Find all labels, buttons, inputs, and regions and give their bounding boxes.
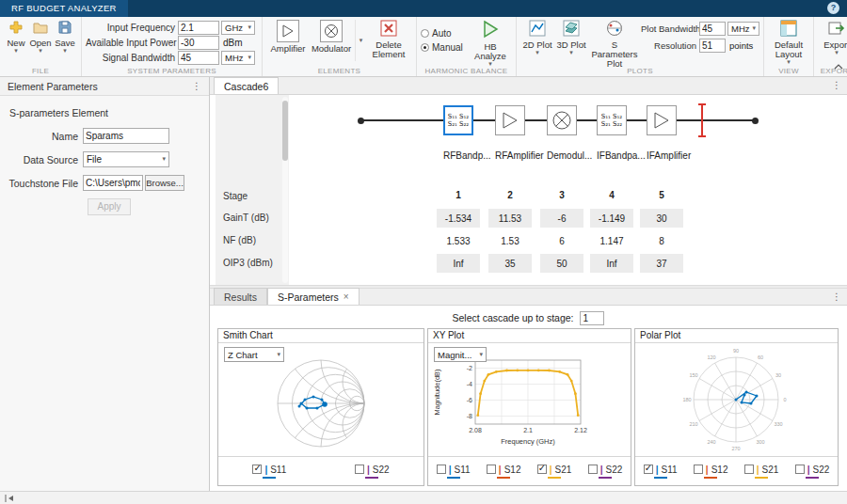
input-frequency-unit: GHz (225, 23, 243, 33)
panel-menu-icon[interactable]: ⋮ (192, 81, 201, 91)
delete-element-button[interactable]: Delete Element (368, 20, 409, 59)
open-button[interactable]: Open ▾ (28, 20, 53, 55)
input-frequency-field[interactable] (178, 21, 219, 35)
view-section: Default Layout ▾ VIEW (764, 17, 814, 76)
elements-section-label: ELEMENTS (263, 67, 416, 75)
block-rfbandpass-sparams[interactable]: S₁₁ S₁₂ S₂₁ S₂₂ (443, 105, 473, 135)
tab-s-parameters[interactable]: S-Parameters × (267, 288, 360, 305)
manual-radio-option[interactable]: Manual (421, 40, 470, 55)
modulator-button[interactable]: Modulator (310, 20, 353, 54)
stage-column-4: 4 (590, 190, 633, 200)
new-dropdown-caret[interactable]: ▾ (14, 48, 18, 55)
element-parameters-panel: Element Parameters ⋮ S-parameters Elemen… (0, 77, 210, 491)
svg-text:330: 330 (774, 421, 782, 427)
polar-plot-axes[interactable]: 0306090120150180210240270300330 (665, 345, 807, 454)
results-tab-bar: Results S-Parameters × ⋮ (210, 289, 847, 306)
auto-radio[interactable] (421, 29, 429, 38)
block-rfamplifier[interactable] (495, 105, 525, 135)
export-dropdown-caret[interactable]: ▾ (835, 50, 839, 56)
polar-s22-checkbox[interactable] (795, 465, 805, 474)
canvas-tabbar-menu-icon[interactable]: ⋮ (832, 80, 841, 90)
2d-plot-dropdown-caret[interactable]: ▾ (535, 50, 539, 56)
s-parameters-tab-label: S-Parameters (278, 289, 339, 306)
ytick-1: -4 (467, 381, 472, 387)
3d-plot-dropdown-caret[interactable]: ▾ (569, 50, 573, 56)
xy-plot-quantity-select[interactable]: Magnit... ▾ (434, 347, 487, 362)
polar-s11-checkbox[interactable] (644, 465, 653, 474)
default-layout-dropdown-caret[interactable]: ▾ (787, 59, 791, 66)
s11-color-marker: | (656, 465, 659, 475)
element-label-demodulator: Demodul... (547, 150, 592, 161)
cascade-stage-row: Select cascade up to stage: (210, 311, 847, 325)
amplifier-symbol-icon (652, 111, 671, 130)
tab-cascade6[interactable]: Cascade6 (214, 77, 279, 94)
collapse-ribbon-icon[interactable] (834, 61, 843, 72)
plot-bandwidth-unit-select[interactable]: MHz▾ (727, 22, 759, 36)
stage-cursor-marker[interactable] (697, 103, 707, 137)
signal-bandwidth-field[interactable] (178, 51, 219, 65)
xy-s11-checkbox[interactable] (437, 465, 446, 474)
block-ifbandpass-sparams[interactable]: S₁₁ S₁₂ S₂₁ S₂₂ (597, 105, 627, 135)
status-bar (0, 491, 847, 504)
collapse-panel-icon[interactable] (4, 494, 15, 504)
name-field[interactable] (83, 128, 169, 144)
block-ifamplifier[interactable] (647, 105, 677, 135)
xy-s21-checkbox[interactable] (537, 465, 547, 474)
xy-s22-checkbox[interactable] (588, 465, 598, 474)
results-tabbar-menu-icon[interactable]: ⋮ (832, 291, 841, 302)
app-ribbon-tab[interactable]: RF BUDGET ANALYZER (0, 0, 128, 17)
cascade-canvas[interactable]: Stage GainT (dB) NF (dB) OIP3 (dBm) S₁₁ … (210, 95, 847, 285)
s21-legend-line (548, 477, 561, 479)
close-tab-icon[interactable]: × (344, 292, 349, 302)
s22-legend-line (365, 477, 378, 479)
amplifier-button[interactable]: Amplifier (266, 20, 310, 54)
oip3-cell-1: Inf (437, 254, 480, 273)
scrollbar-thumb[interactable] (282, 101, 288, 161)
manual-radio[interactable] (421, 43, 429, 52)
vertical-scrollbar[interactable] (282, 97, 288, 283)
gaint-cell-5: 30 (640, 209, 683, 228)
touchstone-file-field[interactable] (83, 175, 143, 191)
apply-button[interactable]: Apply (88, 198, 131, 215)
input-frequency-unit-select[interactable]: GHz▾ (221, 21, 255, 35)
smith-s22-checkbox[interactable] (355, 465, 364, 474)
open-dropdown-caret[interactable]: ▾ (39, 48, 42, 55)
plots-section: 2D Plot ▾ 3D Plot ▾ S Parameters Plot Pl… (517, 17, 764, 76)
nf-cell-4: 1.147 (590, 231, 633, 250)
chevron-down-icon: ▾ (277, 352, 280, 358)
smith-chart-type-select[interactable]: Z Chart ▾ (224, 347, 284, 362)
2d-plot-button[interactable]: 2D Plot ▾ (520, 20, 554, 56)
ytick-3: -8 (467, 413, 472, 419)
export-button[interactable]: Export ▾ (818, 20, 847, 56)
element-label-rfamplifier: RFAmplifier (495, 150, 544, 161)
save-button[interactable]: Save ▾ (53, 20, 77, 55)
save-dropdown-caret[interactable]: ▾ (63, 48, 67, 55)
signal-bandwidth-unit-select[interactable]: MHz▾ (221, 51, 255, 65)
resolution-field[interactable] (699, 39, 726, 53)
help-button[interactable]: ? (827, 2, 839, 14)
polar-s12-checkbox[interactable] (694, 465, 703, 474)
default-layout-button[interactable]: Default Layout ▾ (768, 20, 809, 66)
available-input-power-field[interactable] (178, 36, 219, 50)
cascade-stage-field[interactable] (580, 311, 604, 325)
elements-section: Amplifier Modulator ▾ Delete Element ELE… (263, 17, 417, 76)
titlebar: RF BUDGET ANALYZER ? (0, 0, 847, 17)
polar-s22-item: | S22 (795, 465, 830, 479)
plot-bandwidth-field[interactable] (699, 22, 726, 36)
amplifier-label: Amplifier (271, 44, 306, 54)
data-source-select[interactable]: File ▾ (83, 151, 169, 167)
auto-radio-option[interactable]: Auto (421, 26, 470, 40)
xy-s12-checkbox[interactable] (487, 465, 496, 474)
3d-plot-button[interactable]: 3D Plot ▾ (554, 20, 588, 56)
smith-chart-plot[interactable] (250, 354, 392, 452)
block-demodulator[interactable] (547, 105, 577, 135)
s-parameters-plot-button[interactable]: S Parameters Plot (588, 20, 641, 69)
xy-plot-axes[interactable]: 2.08 2.1 2.12 -2 -4 -6 -8 Frequency (GHz… (428, 356, 631, 454)
polar-s21-checkbox[interactable] (744, 465, 754, 474)
smith-s11-checkbox[interactable] (252, 465, 262, 474)
element-gallery-expand-button[interactable]: ▾ (355, 20, 366, 61)
browse-button[interactable]: Browse... (145, 175, 184, 191)
hb-analyze-button[interactable]: HB Analyze ▾ (470, 20, 511, 68)
tab-results[interactable]: Results (214, 288, 267, 305)
new-button[interactable]: New ▾ (4, 20, 28, 55)
